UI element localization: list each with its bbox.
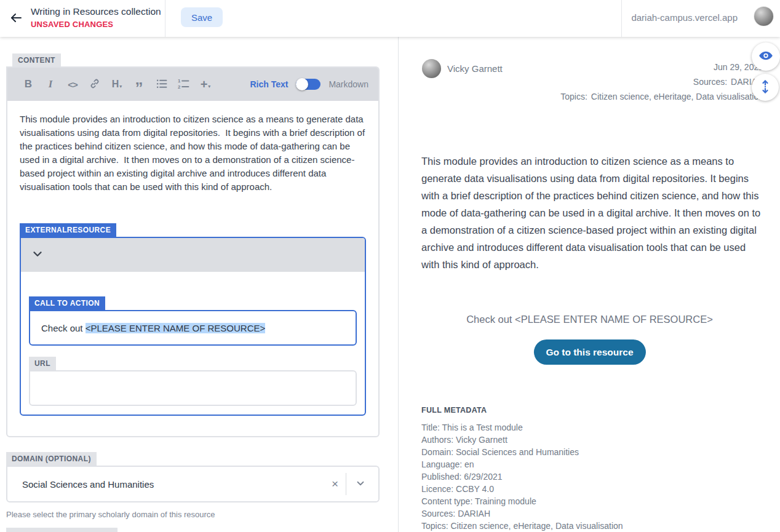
mode-markdown-label[interactable]: Markdown bbox=[328, 79, 368, 89]
preview-body-text: This module provides an introduction to … bbox=[421, 153, 765, 273]
app-bar: Writing in Resources collection UNSAVED … bbox=[0, 0, 780, 37]
italic-icon: I bbox=[49, 78, 53, 90]
full-metadata-rows: Title: This is a Test module Authors: Vi… bbox=[421, 421, 766, 532]
mode-richtext-label[interactable]: Rich Text bbox=[250, 79, 288, 89]
save-button[interactable]: Save bbox=[181, 7, 223, 27]
externalresource-widget-label: EXTERNALRESOURCE bbox=[20, 223, 116, 237]
app-bar-divider bbox=[165, 0, 165, 37]
app-bar-divider bbox=[621, 0, 622, 37]
preview-topics: Topics:Citizen science, eHeritage, Data … bbox=[557, 89, 763, 104]
richtext-editor-area[interactable]: This module provides an introduction to … bbox=[7, 101, 378, 436]
preview-author-name: Vicky Garnett bbox=[447, 63, 503, 74]
bulleted-list-icon bbox=[156, 77, 167, 91]
metadata-row: Sources: DARIAH bbox=[421, 507, 766, 520]
heading-button[interactable]: H▾ bbox=[106, 73, 128, 95]
link-button[interactable] bbox=[84, 73, 106, 95]
preview-date: Jun 29, 2021 bbox=[557, 60, 763, 74]
domain-dropdown-button[interactable] bbox=[346, 478, 370, 491]
caret-down-icon: ▾ bbox=[208, 84, 210, 89]
topics-label: Topics: bbox=[560, 92, 587, 101]
arrow-left-icon bbox=[9, 10, 23, 27]
calltoaction-input[interactable]: Check out <PLEASE ENTER NAME OF RESOURCE… bbox=[29, 310, 357, 346]
italic-button[interactable]: I bbox=[39, 73, 62, 95]
metadata-row: Published: 6/29/2021 bbox=[421, 470, 766, 483]
next-field-label-cutoff bbox=[6, 528, 117, 532]
chevron-down-icon bbox=[31, 247, 44, 263]
calltoaction-selected-text: <PLEASE ENTER NAME OF RESOURCE> bbox=[86, 323, 266, 333]
externalresource-widget: CALL TO ACTION Check out <PLEASE ENTER N… bbox=[20, 237, 366, 416]
clear-x-icon: × bbox=[332, 477, 338, 490]
richtext-editor-card: B I <> H▾ ” 12 +▾ Rich Tex bbox=[6, 66, 380, 437]
url-input[interactable] bbox=[29, 370, 357, 406]
domain-select[interactable]: Social Sciences and Humanities × bbox=[6, 466, 380, 502]
domain-field-label: DOMAIN (OPTIONAL) bbox=[6, 452, 97, 466]
toggle-knob-icon bbox=[296, 78, 308, 90]
url-field-label: URL bbox=[29, 357, 56, 370]
svg-text:2: 2 bbox=[178, 84, 181, 89]
preview-sources: Sources:DARIAH bbox=[557, 74, 763, 89]
go-to-resource-button[interactable]: Go to this resource bbox=[533, 339, 645, 365]
eye-icon bbox=[758, 48, 774, 66]
externalresource-fields: CALL TO ACTION Check out <PLEASE ENTER N… bbox=[21, 272, 365, 415]
metadata-row: Domain: Social Sciences and Humanities bbox=[421, 446, 766, 458]
user-avatar[interactable] bbox=[754, 7, 773, 26]
chevron-down-icon bbox=[355, 478, 366, 491]
unsaved-changes-status: UNSAVED CHANGES bbox=[31, 20, 161, 29]
quote-button[interactable]: ” bbox=[128, 73, 150, 95]
metadata-row: Title: This is a Test module bbox=[421, 421, 766, 434]
calltoaction-field-label: CALL TO ACTION bbox=[29, 296, 105, 310]
toggle-preview-button[interactable] bbox=[752, 42, 780, 71]
editor-mode-switch: Rich Text Markdown bbox=[250, 79, 368, 90]
title-block: Writing in Resources collection UNSAVED … bbox=[31, 6, 161, 29]
mode-toggle[interactable] bbox=[296, 79, 320, 90]
scroll-sync-button[interactable] bbox=[752, 74, 779, 101]
site-domain-label: dariah-campus.vercel.app bbox=[631, 12, 738, 23]
page-title: Writing in Resources collection bbox=[31, 6, 161, 17]
code-icon: <> bbox=[68, 79, 78, 90]
preview-author-avatar bbox=[422, 59, 441, 78]
content-field-label: CONTENT bbox=[12, 54, 61, 67]
bold-button[interactable]: B bbox=[17, 73, 39, 95]
editor-pane: CONTENT B I <> H▾ ” 12 +▾ bbox=[0, 37, 399, 532]
numbered-list-button[interactable]: 12 bbox=[172, 73, 194, 95]
metadata-row: Language: en bbox=[421, 458, 766, 470]
caret-down-icon: ▾ bbox=[119, 84, 122, 89]
sources-label: Sources: bbox=[693, 77, 727, 87]
topics-value: Citizen science, eHeritage, Data visuali… bbox=[591, 92, 763, 101]
bold-icon: B bbox=[25, 78, 32, 90]
metadata-row: Topics: Citizen science, eHeritage, Data… bbox=[421, 520, 766, 532]
svg-text:1: 1 bbox=[178, 78, 181, 84]
full-metadata-section: FULL METADATA Title: This is a Test modu… bbox=[421, 406, 766, 532]
metadata-row: Content type: Training module bbox=[421, 495, 766, 507]
widget-collapse-button[interactable] bbox=[21, 238, 365, 272]
back-button[interactable] bbox=[6, 9, 26, 28]
domain-selected-value: Social Sciences and Humanities bbox=[22, 479, 324, 490]
plus-icon: + bbox=[201, 77, 208, 92]
domain-field: DOMAIN (OPTIONAL) Social Sciences and Hu… bbox=[6, 452, 380, 519]
bulleted-list-button[interactable] bbox=[150, 73, 172, 95]
preview-meta-block: Jun 29, 2021 Sources:DARIAH Topics:Citiz… bbox=[557, 60, 763, 104]
add-component-button[interactable]: +▾ bbox=[194, 73, 217, 95]
code-button[interactable]: <> bbox=[62, 73, 84, 95]
scroll-sync-icon bbox=[758, 79, 773, 96]
full-metadata-heading: FULL METADATA bbox=[421, 406, 766, 415]
quote-icon: ” bbox=[135, 77, 143, 91]
preview-pane: Vicky Garnett Jun 29, 2021 Sources:DARIA… bbox=[399, 37, 780, 532]
metadata-row: Licence: CCBY 4.0 bbox=[421, 483, 766, 495]
heading-icon: H bbox=[112, 79, 119, 90]
editor-body-text[interactable]: This module provides an introduction to … bbox=[20, 113, 368, 194]
calltoaction-text: Check out bbox=[41, 323, 86, 333]
richtext-toolbar: B I <> H▾ ” 12 +▾ Rich Tex bbox=[7, 68, 378, 101]
metadata-row: Authors: Vicky Garnett bbox=[421, 434, 766, 446]
domain-help-text: Please select the primary scholarly doma… bbox=[6, 510, 380, 519]
link-icon bbox=[89, 78, 100, 91]
numbered-list-icon: 12 bbox=[178, 77, 189, 91]
preview-cta-text: Check out <PLEASE ENTER NAME OF RESOURCE… bbox=[399, 314, 780, 325]
domain-clear-button[interactable]: × bbox=[324, 477, 346, 491]
